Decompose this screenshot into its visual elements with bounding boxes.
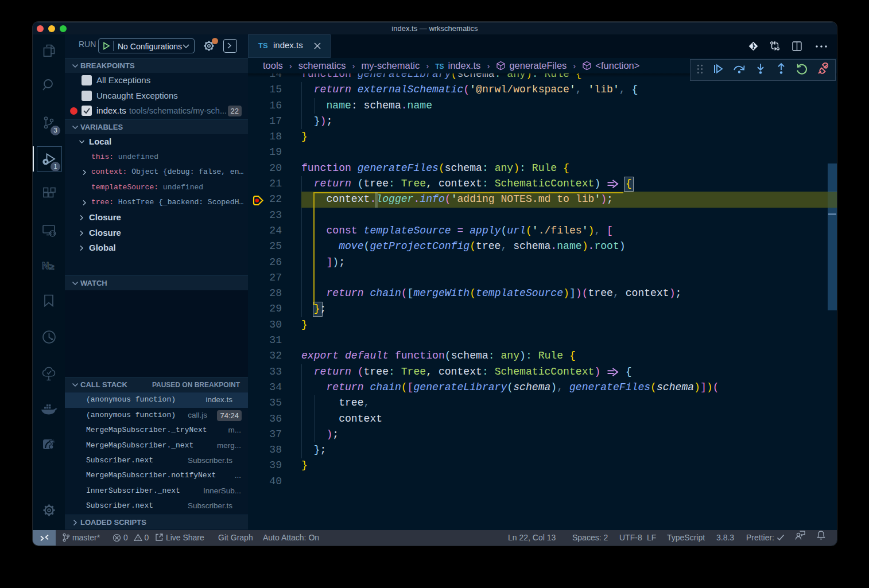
svg-text:N: N	[42, 260, 49, 271]
svg-text:≥: ≥	[49, 262, 54, 271]
